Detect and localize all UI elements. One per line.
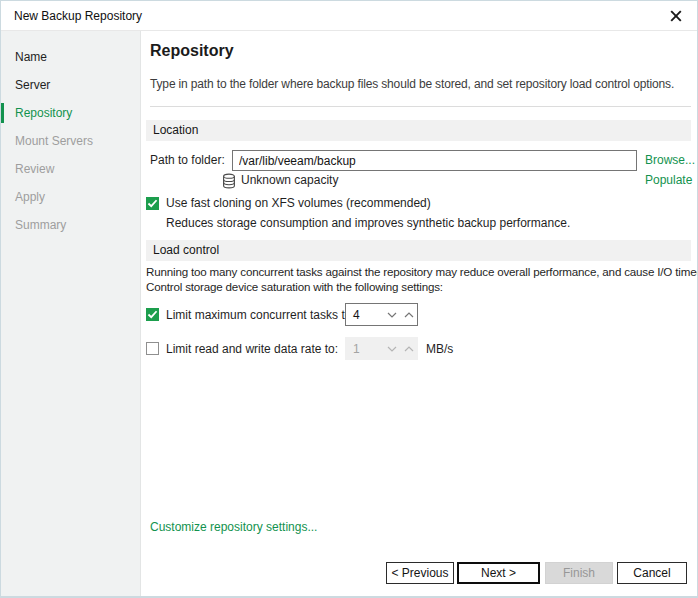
fast-cloning-description: Reduces storage consumption and improves… [166, 215, 570, 231]
customize-repository-settings-link[interactable]: Customize repository settings... [150, 519, 317, 535]
sidebar-item-apply: Apply [1, 183, 140, 211]
data-rate-stepper: 1 [345, 337, 418, 360]
sidebar-item-name[interactable]: Name [1, 43, 140, 71]
next-button[interactable]: Next > [457, 562, 540, 584]
load-control-intro-line2: Control storage device saturation with t… [146, 279, 698, 294]
chevron-up-icon[interactable] [400, 304, 417, 325]
finish-button: Finish [545, 562, 613, 584]
chevron-down-icon[interactable] [383, 304, 400, 325]
limit-rate-label: Limit read and write data rate to: [166, 339, 338, 360]
fast-cloning-label: Use fast cloning on XFS volumes (recomme… [166, 195, 431, 212]
location-section-header: Location [146, 120, 691, 141]
capacity-status-text: Unknown capacity [241, 170, 338, 191]
sidebar-item-label: Repository [15, 106, 72, 120]
browse-button[interactable]: Browse... [645, 150, 695, 171]
data-rate-unit-label: MB/s [426, 339, 453, 360]
path-to-folder-label: Path to folder: [150, 150, 225, 171]
concurrent-tasks-value: 4 [346, 308, 383, 322]
path-to-folder-input[interactable] [232, 150, 637, 171]
load-control-section-header: Load control [146, 240, 691, 261]
load-control-intro: Running too many concurrent tasks agains… [146, 264, 698, 294]
data-rate-value: 1 [346, 342, 383, 356]
chevron-up-icon [400, 338, 417, 359]
sidebar-item-mount-servers: Mount Servers [1, 127, 140, 155]
sidebar-item-server[interactable]: Server [1, 71, 140, 99]
limit-rate-checkbox[interactable] [146, 342, 159, 355]
sidebar-item-review: Review [1, 155, 140, 183]
fast-cloning-checkbox[interactable] [146, 197, 159, 210]
wizard-steps-sidebar: Name Server Repository Mount Servers Rev… [1, 31, 141, 596]
page-title: Repository [150, 42, 234, 60]
populate-button[interactable]: Populate [645, 170, 692, 191]
sidebar-item-summary: Summary [1, 211, 140, 239]
main-pane: Repository Type in path to the folder wh… [141, 31, 697, 596]
page-subtitle: Type in path to the folder where backup … [150, 77, 674, 91]
previous-button[interactable]: < Previous [386, 562, 454, 584]
concurrent-tasks-stepper[interactable]: 4 [345, 303, 418, 326]
close-icon[interactable] [667, 7, 685, 25]
active-step-indicator [1, 103, 4, 123]
load-control-intro-line1: Running too many concurrent tasks agains… [146, 264, 698, 279]
sidebar-item-repository[interactable]: Repository [1, 99, 140, 127]
cancel-button[interactable]: Cancel [617, 562, 687, 584]
divider [150, 106, 691, 107]
chevron-down-icon [383, 338, 400, 359]
limit-tasks-label: Limit maximum concurrent tasks to: [166, 305, 355, 326]
capacity-database-icon [222, 173, 236, 192]
window-title: New Backup Repository [14, 9, 142, 23]
limit-tasks-checkbox[interactable] [146, 308, 159, 321]
title-bar[interactable]: New Backup Repository [1, 1, 697, 31]
new-backup-repository-dialog: { "window": { "title": "New Backup Repos… [0, 0, 698, 598]
